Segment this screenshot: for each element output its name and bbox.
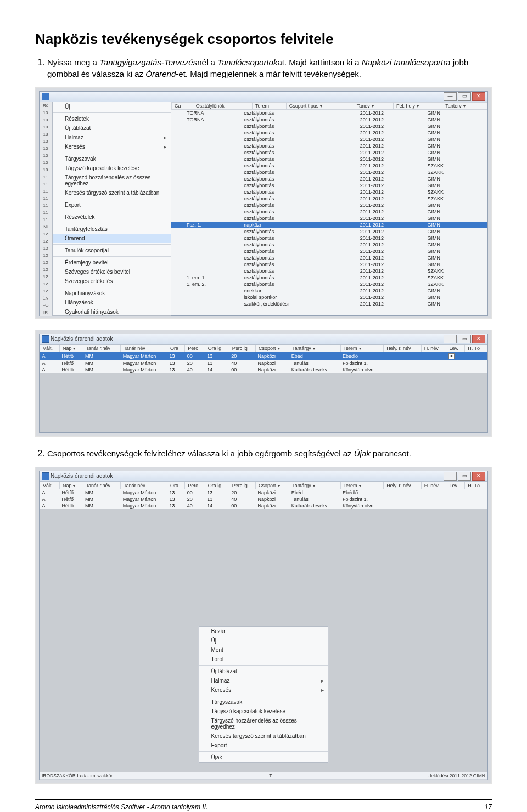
close-button[interactable]: ✕ bbox=[472, 335, 485, 343]
menu-item[interactable]: Új bbox=[53, 102, 171, 111]
column-header[interactable]: Tanár név bbox=[121, 482, 167, 489]
menu-item[interactable]: Keresés tárgyszó szerint a táblázatban bbox=[199, 731, 328, 741]
menu-item[interactable]: Órarend bbox=[53, 234, 171, 243]
table-row[interactable]: énekkar2011-2012GIMN bbox=[171, 287, 487, 294]
table-row[interactable]: osztálybontás2011-2012SZAKK bbox=[171, 268, 487, 274]
column-header[interactable]: Tantárgy bbox=[289, 482, 340, 489]
column-header[interactable]: Csoport típus bbox=[286, 103, 354, 110]
menu-item[interactable]: Export bbox=[199, 741, 328, 750]
main-table[interactable]: CaOsztályfőnökTeremCsoport típusTanévFel… bbox=[171, 102, 487, 316]
table-row[interactable]: osztálybontás2011-2012SZAKK bbox=[171, 195, 487, 202]
table-row[interactable]: osztálybontás2011-2012GIMN bbox=[171, 241, 487, 248]
table-row[interactable]: osztálybontás2011-2012GIMN bbox=[171, 202, 487, 208]
column-header[interactable]: Csoport bbox=[256, 482, 289, 489]
column-header[interactable]: Óra ig bbox=[205, 482, 229, 489]
column-header[interactable]: Tanterv bbox=[442, 103, 487, 110]
menu-item[interactable]: Érdemjegy bevitel bbox=[53, 256, 171, 267]
column-header[interactable]: Óra bbox=[167, 345, 185, 352]
column-header[interactable]: Óra ig bbox=[205, 345, 229, 352]
maximize-button[interactable]: ▭ bbox=[458, 335, 471, 343]
minimize-button[interactable]: — bbox=[444, 92, 457, 101]
window-titlebar-2[interactable]: Napközis órarendi adatok — ▭ ✕ bbox=[40, 334, 487, 345]
column-header[interactable]: Fel. hely bbox=[393, 103, 442, 110]
column-header[interactable]: Terem bbox=[340, 345, 384, 352]
table-row[interactable]: osztálybontás2011-2012GIMN bbox=[171, 261, 487, 268]
menu-item[interactable]: Tárgyszó hozzárendelés az összes egyedhe… bbox=[53, 173, 171, 188]
menu-item[interactable]: Újak bbox=[199, 751, 328, 762]
table-row[interactable]: szakkör, érdeklődési2011-2012GIMN bbox=[171, 301, 487, 307]
column-header[interactable]: H. Tö bbox=[465, 345, 487, 352]
menu-item[interactable]: Új bbox=[199, 636, 328, 645]
column-header[interactable]: Ca bbox=[172, 103, 193, 110]
table-row[interactable]: osztálybontás2011-2012GIMN bbox=[171, 235, 487, 241]
window-titlebar[interactable]: — ▭ ✕ bbox=[40, 92, 487, 102]
table-row[interactable]: osztálybontás2011-2012GIMN bbox=[171, 143, 487, 149]
column-header[interactable]: Hely. r. név bbox=[384, 482, 422, 489]
column-header[interactable]: Óra bbox=[167, 482, 185, 489]
menu-item[interactable]: Tanulók csoportjai bbox=[53, 244, 171, 255]
table-row[interactable]: AHétfőMMMagyar Márton13001320NapköziEbéd… bbox=[40, 489, 487, 497]
column-header[interactable]: H. név bbox=[421, 482, 446, 489]
minimize-button[interactable]: — bbox=[444, 472, 457, 481]
table-row[interactable]: Fsz. 1.napközi2011-2012GIMN bbox=[171, 222, 487, 228]
table-row[interactable]: AHétfőMMMagyar Márton13401400NapköziKult… bbox=[40, 366, 487, 373]
menu-item[interactable]: Tágyszó kapcsolatok kezelése bbox=[53, 163, 171, 173]
menu-item[interactable]: Tárgyszó hozzárendelés az összes egyedhe… bbox=[199, 716, 328, 731]
column-header[interactable]: Perc bbox=[185, 345, 205, 352]
column-header[interactable]: Csoport bbox=[256, 345, 289, 352]
menu-item[interactable]: Ment bbox=[199, 645, 328, 655]
table-row[interactable]: TORNAosztálybontás2011-2012GIMN bbox=[171, 116, 487, 123]
column-header[interactable]: H. Tö bbox=[465, 482, 487, 489]
column-header[interactable]: Lev. bbox=[446, 345, 465, 352]
column-header[interactable]: Lev. bbox=[446, 482, 465, 489]
column-header[interactable]: Tanár r.név bbox=[83, 345, 121, 352]
maximize-button[interactable]: ▭ bbox=[458, 472, 471, 481]
table-row[interactable]: osztálybontás2011-2012GIMN bbox=[171, 255, 487, 261]
menu-item[interactable]: Tárgyszavak bbox=[199, 696, 328, 707]
column-header[interactable]: Perc bbox=[185, 482, 205, 489]
table-row[interactable]: osztálybontás2011-2012GIMN bbox=[171, 208, 487, 215]
table-row[interactable]: osztálybontás2011-2012GIMN bbox=[171, 129, 487, 136]
menu-item[interactable]: Hiányzások bbox=[53, 298, 171, 307]
table-row[interactable]: osztálybontás2011-2012SZAKK bbox=[171, 169, 487, 176]
table-row[interactable]: AHétfőMMMagyar Márton13201340NapköziTanu… bbox=[40, 360, 487, 366]
menu-item[interactable]: Szöveges értékelés bevitel bbox=[53, 267, 171, 277]
close-button[interactable]: ✕ bbox=[472, 92, 485, 101]
menu-item[interactable]: Tantárgyfelosztás bbox=[53, 223, 171, 234]
column-header[interactable]: Osztályfőnök bbox=[193, 103, 252, 110]
close-button[interactable]: ✕ bbox=[472, 472, 485, 481]
menu-item[interactable]: Új táblázat bbox=[199, 665, 328, 676]
schedule-table-2[interactable]: Vált.NapTanár r.névTanár névÓraPercÓra i… bbox=[40, 482, 487, 509]
menu-item[interactable]: Halmaz bbox=[53, 133, 171, 142]
column-header[interactable]: Nap bbox=[59, 345, 83, 352]
menu-item[interactable]: Összesített hiányzás/jelenlét lista bbox=[53, 317, 171, 319]
menu-item[interactable]: Részvételek bbox=[53, 211, 171, 222]
context-menu[interactable]: ÚjRészletekÚj táblázatHalmazKeresésTárgy… bbox=[52, 101, 171, 316]
table-row[interactable]: osztálybontás2011-2012SZAKK bbox=[171, 189, 487, 195]
menu-item[interactable]: Keresés bbox=[53, 142, 171, 151]
context-menu-2[interactable]: BezárÚjMentTörölÚj táblázatHalmazKeresés… bbox=[199, 626, 329, 763]
menu-item[interactable]: Keresés tárgyszó szerint a táblázatban bbox=[53, 188, 171, 198]
column-header[interactable]: Nap bbox=[59, 482, 83, 489]
table-row[interactable]: osztálybontás2011-2012GIMN bbox=[171, 156, 487, 162]
column-header[interactable]: Terem bbox=[340, 482, 384, 489]
column-header[interactable]: Tanár név bbox=[121, 345, 167, 352]
table-row[interactable]: 1. em. 1.osztálybontás2011-2012SZAKK bbox=[171, 274, 487, 281]
table-row[interactable]: iskolai sportkör2011-2012GIMN bbox=[171, 294, 487, 301]
menu-item[interactable]: Töröl bbox=[199, 655, 328, 664]
menu-item[interactable]: Export bbox=[53, 199, 171, 210]
table-row[interactable]: osztálybontás2011-2012GIMN bbox=[171, 215, 487, 222]
column-header[interactable]: H. név bbox=[421, 345, 446, 352]
table-row[interactable]: osztálybontás2011-2012SZAKK bbox=[171, 162, 487, 169]
table-row[interactable]: osztálybontás2011-2012GIMN bbox=[171, 248, 487, 255]
table-row[interactable]: osztálybontás2011-2012GIMN bbox=[171, 182, 487, 189]
menu-item[interactable]: Gyakorlati hiányzások bbox=[53, 307, 171, 317]
menu-item[interactable]: Halmaz bbox=[199, 676, 328, 685]
column-header[interactable]: Vált. bbox=[40, 482, 60, 489]
column-header[interactable]: Perc ig bbox=[229, 345, 255, 352]
table-row[interactable]: osztálybontás2011-2012GIMN bbox=[171, 123, 487, 129]
table-row[interactable]: AHétfőMMMagyar Márton13001320NapköziEbéd… bbox=[40, 352, 487, 360]
table-row[interactable]: osztálybontás2011-2012GIMN bbox=[171, 176, 487, 182]
column-header[interactable]: Perc ig bbox=[229, 482, 255, 489]
column-header[interactable]: Tanév bbox=[354, 103, 393, 110]
